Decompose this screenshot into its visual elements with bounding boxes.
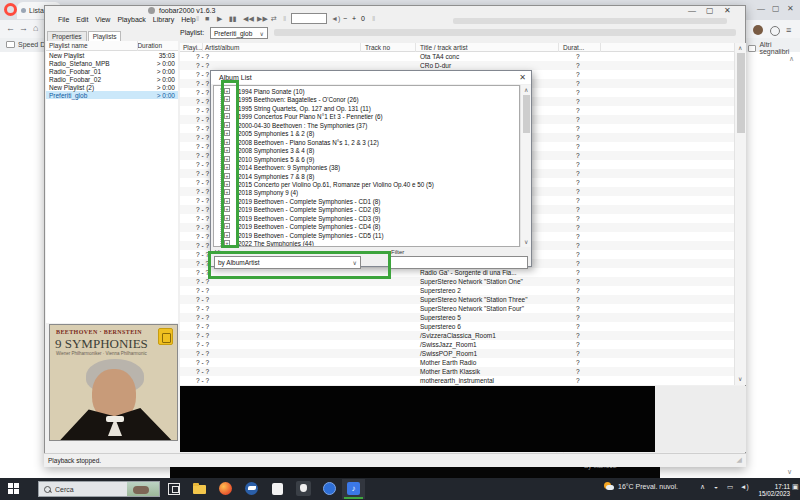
- tree-item[interactable]: 2019 Beethoven - Complete Symphonies - C…: [238, 215, 380, 223]
- tray-network-icon[interactable]: ◒: [714, 483, 718, 490]
- tab-playlists[interactable]: Playlists: [88, 31, 122, 41]
- tree-item[interactable]: 2022 The Symphonies (44): [238, 240, 314, 247]
- close-icon[interactable]: ✕: [724, 6, 731, 15]
- scroll-up-icon[interactable]: ∧: [738, 44, 742, 51]
- page-scroll-down-icon[interactable]: ∨: [787, 468, 792, 476]
- table-row[interactable]: ? - ?Mother Earth Klassik?: [180, 367, 734, 376]
- account-icon[interactable]: [770, 26, 780, 36]
- playlist-row[interactable]: Preferiti_glob> 0:00: [46, 91, 178, 99]
- tree-item[interactable]: 2014 Beethoven: 9 Symphonies (38): [238, 164, 340, 172]
- filter-input[interactable]: [389, 256, 528, 269]
- dialog-titlebar[interactable]: Album List ✕: [211, 71, 531, 84]
- column-duration[interactable]: Duration: [137, 42, 162, 49]
- notes-app-icon[interactable]: [270, 481, 286, 497]
- playlist-row[interactable]: Radio_Foobar_02> 0:00: [46, 75, 178, 83]
- maximize-icon[interactable]: ▢: [706, 6, 714, 15]
- back-icon[interactable]: ←: [6, 23, 15, 33]
- secondary-seekbar[interactable]: [274, 29, 736, 36]
- playlist-row[interactable]: New Playlist35:03: [46, 51, 178, 59]
- column-track-no[interactable]: Track no: [365, 44, 390, 51]
- menu-library[interactable]: Library: [153, 16, 174, 25]
- tab-properties[interactable]: Properties: [47, 31, 87, 41]
- stop-icon[interactable]: ■: [205, 15, 209, 22]
- table-row[interactable]: ? - ?SuperStereo Network "Station Three"…: [180, 295, 734, 304]
- scroll-thumb[interactable]: [737, 53, 745, 133]
- dark-app-icon[interactable]: [296, 481, 312, 497]
- menu-playback[interactable]: Playback: [117, 16, 145, 25]
- menu-help[interactable]: Help: [181, 16, 195, 25]
- table-row[interactable]: ? - ?SuperStereo Network "Station Four"?: [180, 304, 734, 313]
- scroll-thumb[interactable]: [523, 95, 530, 133]
- table-row[interactable]: ? - ?/SwissJazz_Room1?: [180, 340, 734, 349]
- table-row[interactable]: ? - ?Superstereo 6?: [180, 322, 734, 331]
- play-icon[interactable]: ▶: [217, 15, 222, 23]
- tree-item[interactable]: 2019 Beethoven - Complete Symphonies - C…: [238, 232, 384, 240]
- tree-item[interactable]: 2008 Symphonies 3 & 4 (8): [238, 147, 314, 155]
- firefox-icon[interactable]: [218, 481, 234, 497]
- random-icon[interactable]: ⇄: [271, 15, 277, 23]
- menu-file[interactable]: File: [58, 16, 69, 25]
- playlist-row[interactable]: Radio_Stefano_MPB> 0:00: [46, 59, 178, 67]
- tray-expand-icon[interactable]: ∧: [700, 483, 705, 491]
- scroll-up-icon[interactable]: ∧: [524, 86, 528, 93]
- resize-grip[interactable]: ◢: [737, 456, 742, 464]
- start-button[interactable]: [8, 483, 20, 495]
- tree-item[interactable]: 2019 Beethoven - Complete Symphonies - C…: [238, 206, 380, 214]
- menu-edit[interactable]: Edit: [76, 16, 88, 25]
- browser-minimize-icon[interactable]: —: [757, 4, 765, 13]
- tree-item[interactable]: 2015 Concerto per Violino Op.61, Romanze…: [238, 181, 434, 189]
- table-row[interactable]: ? - ?Ota TA4 conc?: [180, 52, 734, 61]
- seekbar[interactable]: [453, 18, 727, 24]
- column-title[interactable]: Title / track artist: [420, 44, 467, 51]
- table-row[interactable]: ? - ?/SwissPOP_Room1?: [180, 349, 734, 358]
- tree-item[interactable]: 1995 String Quartets, Op. 127 and Op. 13…: [238, 105, 371, 113]
- table-row[interactable]: ? - ?Superstereo 5?: [180, 313, 734, 322]
- column-artist-album[interactable]: Artist/album: [205, 44, 239, 51]
- page-scroll-up-icon[interactable]: ∧: [789, 55, 794, 63]
- scroll-down-icon[interactable]: ∨: [738, 375, 742, 382]
- column-divider[interactable]: [137, 41, 138, 51]
- column-playlist-name[interactable]: Playlist name: [49, 42, 88, 49]
- table-row[interactable]: ? - ?motherearth_instrumental?: [180, 376, 734, 385]
- forward-icon[interactable]: →: [19, 23, 28, 33]
- tree-item[interactable]: 2008 Beethoven - Piano Sonatas N°s 1, 2 …: [238, 139, 379, 147]
- weather-text[interactable]: 16°C Preval. nuvol.: [618, 483, 678, 490]
- search-input[interactable]: [291, 13, 327, 24]
- browser-menu-icon[interactable]: ≡: [786, 25, 791, 35]
- tree-item[interactable]: 2000-04-30 Beethoven : The Symphonies (3…: [238, 122, 367, 130]
- pause-icon[interactable]: ▮▮: [229, 15, 237, 23]
- tree-item[interactable]: 2019 Beethoven - Complete Symphonies - C…: [238, 223, 380, 231]
- tray-volume-icon[interactable]: ◄): [740, 483, 749, 490]
- table-row[interactable]: ? - ?Superstereo 2?: [180, 286, 734, 295]
- table-row[interactable]: ? - ?Mother Earth Radio?: [180, 358, 734, 367]
- dialog-close-icon[interactable]: ✕: [519, 73, 526, 82]
- playlist-row[interactable]: Radio_Foobar_01> 0:00: [46, 67, 178, 75]
- tree-item[interactable]: 2005 Symphonies 1 & 2 (8): [238, 130, 314, 138]
- taskbar-clock[interactable]: 17:11 15/02/2023: [756, 483, 790, 497]
- playlist-scrollbar[interactable]: ∧ ∨: [734, 43, 746, 385]
- tree-item[interactable]: 1995 Beethoven: Bagatelles - O'Conor (26…: [238, 96, 359, 104]
- bookmark-other[interactable]: Altri segnalibri: [748, 41, 800, 55]
- column-playing[interactable]: Playi...: [183, 44, 203, 51]
- next-icon[interactable]: ▶▶: [257, 15, 268, 23]
- profile-avatar[interactable]: [753, 25, 763, 35]
- tree-item[interactable]: 2019 Beethoven - Complete Symphonies - C…: [238, 198, 380, 206]
- previous-icon[interactable]: ◀◀: [243, 15, 254, 23]
- table-row[interactable]: ? - ?CRo D-dur?: [180, 61, 734, 70]
- tree-item[interactable]: 1994 Piano Sonate (10): [238, 88, 305, 96]
- globe-app-icon[interactable]: [322, 481, 338, 497]
- task-view-icon[interactable]: [166, 481, 182, 497]
- minimize-icon[interactable]: —: [688, 6, 696, 15]
- home-icon[interactable]: ⌂: [33, 23, 38, 33]
- volume-minus[interactable]: −: [343, 15, 347, 22]
- menu-view[interactable]: View: [95, 16, 110, 25]
- scroll-down-icon[interactable]: ∨: [524, 238, 528, 245]
- browser-close-icon[interactable]: ✕: [787, 4, 794, 13]
- tray-display-icon[interactable]: ▭: [727, 483, 733, 491]
- tree-item[interactable]: 1999 Concertos Pour Piano N°1 Et 3 - Pen…: [238, 113, 383, 121]
- opera-logo-icon[interactable]: [4, 3, 17, 16]
- file-explorer-icon[interactable]: [192, 481, 208, 497]
- volume-plus[interactable]: +: [352, 15, 356, 22]
- weather-icon[interactable]: [604, 482, 613, 491]
- taskbar-search[interactable]: Cerca: [38, 481, 160, 497]
